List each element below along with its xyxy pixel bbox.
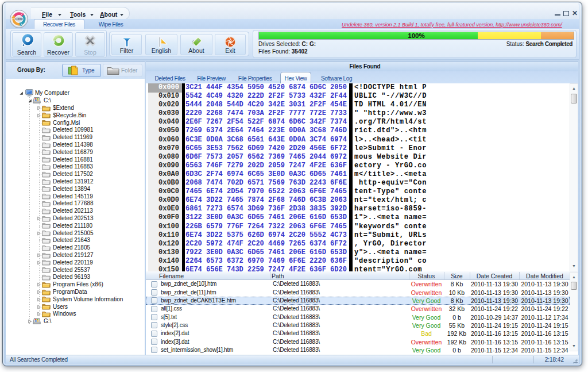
svg-text:U360: U360 [15,17,22,21]
